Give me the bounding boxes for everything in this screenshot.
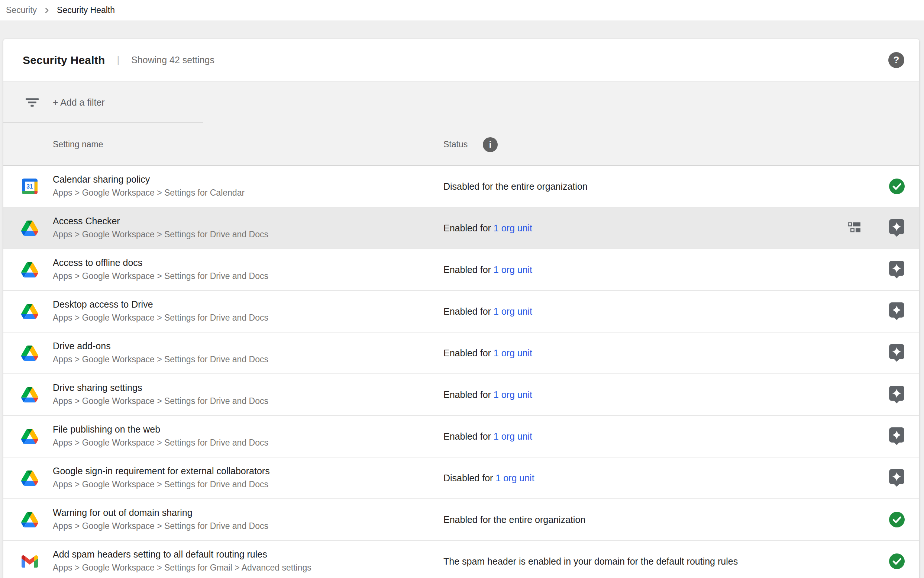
- drive-app-icon: [21, 261, 38, 278]
- drive-app-icon: [21, 219, 38, 237]
- gmail-app-icon: [21, 553, 38, 570]
- org-unit-link[interactable]: 1 org unit: [494, 223, 532, 233]
- setting-name: Calendar sharing policy: [53, 174, 244, 185]
- recommendation-badge-icon[interactable]: [889, 219, 904, 237]
- setting-path: Apps > Google Workspace > Settings for D…: [53, 479, 270, 490]
- help-icon[interactable]: ?: [888, 52, 904, 68]
- check-circle-icon: [889, 512, 905, 528]
- setting-name: Drive add-ons: [53, 340, 269, 352]
- org-unit-link[interactable]: 1 org unit: [494, 348, 532, 358]
- filter-and-table-header: + Add a filter Setting name Status i: [3, 81, 919, 166]
- setting-path: Apps > Google Workspace > Settings for D…: [53, 229, 269, 241]
- recommendation-badge-icon[interactable]: [889, 386, 904, 404]
- drive-app-icon: [21, 344, 38, 362]
- recommendation-badge-icon[interactable]: [889, 427, 904, 445]
- org-unit-link[interactable]: 1 org unit: [494, 265, 532, 275]
- setting-path: Apps > Google Workspace > Settings for G…: [53, 563, 311, 574]
- setting-name: Access Checker: [53, 215, 269, 227]
- table-row[interactable]: Warning for out of domain sharing Apps >…: [3, 499, 919, 541]
- breadcrumb-parent-link[interactable]: Security: [6, 5, 37, 15]
- recommendation-badge-icon[interactable]: [889, 344, 904, 362]
- recommendation-badge-icon[interactable]: [889, 469, 904, 487]
- org-unit-rule-icon: [848, 222, 861, 234]
- table-row[interactable]: Add spam headers setting to all default …: [3, 541, 919, 578]
- column-header-setting-name: Setting name: [53, 139, 104, 149]
- setting-path: Apps > Google Workspace > Settings for D…: [53, 271, 269, 282]
- setting-name: Add spam headers setting to all default …: [53, 549, 311, 560]
- status-text: Enabled for: [443, 223, 494, 233]
- status-text: Enabled for: [443, 390, 494, 400]
- org-unit-link[interactable]: 1 org unit: [495, 473, 534, 483]
- status-cell: Enabled for 1 org unit: [443, 348, 532, 359]
- status-text: Enabled for the entire organization: [443, 515, 586, 525]
- table-row[interactable]: Calendar sharing policy Apps > Google Wo…: [3, 166, 919, 208]
- status-cell: Enabled for 1 org unit: [443, 390, 532, 400]
- status-text: Disabled for the entire organization: [443, 181, 587, 192]
- drive-app-icon: [21, 386, 38, 403]
- recommendation-badge-icon[interactable]: [889, 302, 904, 320]
- status-cell: Disabled for the entire organization: [443, 181, 587, 192]
- drive-app-icon: [21, 511, 38, 528]
- setting-name: File publishing on the web: [53, 424, 269, 435]
- setting-name: Warning for out of domain sharing: [53, 507, 269, 518]
- setting-path: Apps > Google Workspace > Settings for D…: [53, 354, 269, 365]
- setting-name: Desktop access to Drive: [53, 299, 269, 310]
- status-info-icon[interactable]: i: [483, 137, 498, 152]
- table-row[interactable]: File publishing on the web Apps > Google…: [3, 416, 919, 458]
- status-cell: The spam header is enabled in your domai…: [443, 556, 738, 567]
- setting-name: Drive sharing settings: [53, 382, 269, 393]
- status-text: Enabled for: [443, 431, 494, 442]
- status-text: Enabled for: [443, 265, 494, 275]
- table-header-row: Setting name Status i: [3, 123, 919, 166]
- page-title: Security Health: [23, 54, 105, 67]
- org-unit-link[interactable]: 1 org unit: [494, 431, 532, 442]
- drive-app-icon: [21, 469, 38, 487]
- status-cell: Disabled for 1 org unit: [443, 473, 534, 484]
- setting-path: Apps > Google Workspace > Settings for D…: [53, 521, 269, 532]
- table-row[interactable]: Access to offline docs Apps > Google Wor…: [3, 249, 919, 291]
- table-row[interactable]: Desktop access to Drive Apps > Google Wo…: [3, 291, 919, 333]
- settings-count-label: Showing 42 settings: [131, 55, 214, 65]
- org-unit-link[interactable]: 1 org unit: [494, 306, 532, 317]
- security-health-card: Security Health | Showing 42 settings ? …: [3, 39, 919, 578]
- drive-app-icon: [21, 428, 38, 445]
- calendar-app-icon: [21, 178, 38, 195]
- setting-path: Apps > Google Workspace > Settings for C…: [53, 188, 244, 199]
- setting-name: Access to offline docs: [53, 257, 269, 268]
- filter-bar: + Add a filter: [3, 81, 919, 123]
- title-separator: |: [117, 54, 119, 66]
- status-text: Disabled for: [443, 473, 495, 483]
- table-row[interactable]: Google sign-in requirement for external …: [3, 458, 919, 499]
- setting-path: Apps > Google Workspace > Settings for D…: [53, 438, 269, 449]
- status-text: Enabled for: [443, 348, 494, 358]
- breadcrumb-current: Security Health: [57, 5, 115, 15]
- status-cell: Enabled for 1 org unit: [443, 265, 532, 275]
- drive-app-icon: [21, 303, 38, 320]
- check-circle-icon: [889, 554, 905, 569]
- status-text: Enabled for: [443, 306, 494, 317]
- status-cell: Enabled for 1 org unit: [443, 431, 532, 442]
- table-row[interactable]: Drive add-ons Apps > Google Workspace > …: [3, 333, 919, 374]
- recommendation-badge-icon[interactable]: [889, 261, 904, 279]
- org-unit-link[interactable]: 1 org unit: [494, 390, 532, 400]
- setting-name: Google sign-in requirement for external …: [53, 465, 270, 477]
- status-cell: Enabled for 1 org unit: [443, 223, 532, 234]
- status-text: The spam header is enabled in your domai…: [443, 556, 738, 567]
- breadcrumb: Security Security Health: [0, 0, 924, 21]
- filter-icon[interactable]: [26, 98, 39, 108]
- table-row[interactable]: Drive sharing settings Apps > Google Wor…: [3, 374, 919, 416]
- column-header-status: Status: [443, 139, 468, 149]
- status-cell: Enabled for 1 org unit: [443, 306, 532, 317]
- status-cell: Enabled for the entire organization: [443, 515, 586, 525]
- table-row[interactable]: Access Checker Apps > Google Workspace >…: [3, 208, 919, 249]
- setting-path: Apps > Google Workspace > Settings for D…: [53, 313, 269, 324]
- chevron-right-icon: [42, 6, 52, 15]
- setting-path: Apps > Google Workspace > Settings for D…: [53, 396, 269, 407]
- add-filter-button[interactable]: + Add a filter: [53, 97, 105, 108]
- settings-table-body: Calendar sharing policy Apps > Google Wo…: [3, 166, 919, 578]
- check-circle-icon: [889, 179, 905, 194]
- card-header: Security Health | Showing 42 settings ?: [3, 39, 919, 81]
